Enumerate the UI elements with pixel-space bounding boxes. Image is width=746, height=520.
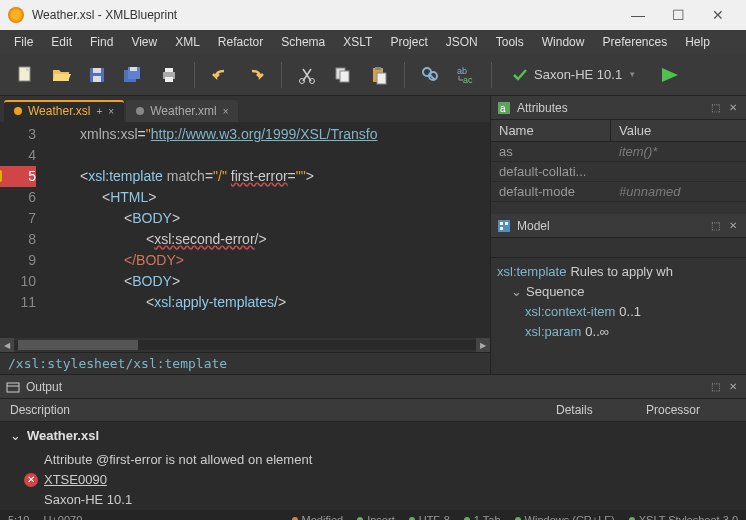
line-gutter: 34567891011 — [0, 122, 44, 338]
attribute-row[interactable]: default-mode#unnamed — [491, 182, 746, 202]
new-file-button[interactable] — [10, 60, 40, 90]
processor-label: Saxon-HE 10.1 — [534, 67, 622, 82]
copy-button[interactable] — [328, 60, 358, 90]
svg-rect-9 — [165, 77, 173, 82]
paste-button[interactable] — [364, 60, 394, 90]
attribute-row[interactable]: asitem()* — [491, 142, 746, 162]
attribute-row[interactable]: default-collati... — [491, 162, 746, 182]
close-button[interactable]: ✕ — [698, 0, 738, 30]
svg-text:a: a — [500, 103, 506, 114]
svg-rect-13 — [340, 71, 349, 82]
toolbar-separator — [491, 62, 492, 88]
menu-help[interactable]: Help — [677, 32, 718, 52]
attributes-title: Attributes — [517, 101, 704, 115]
scroll-left-button[interactable]: ◀ — [0, 338, 14, 352]
tab-close-button[interactable]: × — [108, 106, 114, 117]
check-icon — [512, 67, 528, 83]
menu-preferences[interactable]: Preferences — [594, 32, 675, 52]
svg-rect-26 — [505, 222, 508, 225]
undo-button[interactable] — [205, 60, 235, 90]
status-tab[interactable]: 1 Tab — [464, 514, 501, 520]
tab-weather-xml[interactable]: Weather.xml× — [126, 100, 238, 122]
panel-pin-button[interactable]: ⬚ — [708, 219, 722, 233]
svg-rect-16 — [377, 73, 386, 84]
toolbar-separator — [194, 62, 195, 88]
panel-close-button[interactable]: ✕ — [726, 380, 740, 394]
svg-text:ac: ac — [463, 75, 473, 85]
output-group[interactable]: Weather.xsl — [6, 424, 740, 448]
cut-button[interactable] — [292, 60, 322, 90]
model-item[interactable]: xsl:context-item 0..1 — [525, 302, 740, 322]
model-icon — [497, 219, 511, 233]
error-icon: ✕ — [24, 473, 38, 487]
tab-weather-xsl[interactable]: Weather.xsl+× — [4, 100, 124, 122]
output-col-processor: Processor — [636, 399, 746, 421]
editor-pane: Weather.xsl+×Weather.xml× 34567891011 xm… — [0, 96, 490, 374]
scrollbar-thumb[interactable] — [18, 340, 138, 350]
model-panel: Model ⬚ ✕ xsl:template Rules to apply wh… — [491, 214, 746, 374]
tab-close-button[interactable]: × — [223, 106, 229, 117]
output-col-description: Description — [0, 399, 546, 421]
menu-window[interactable]: Window — [534, 32, 593, 52]
horizontal-scrollbar[interactable]: ◀ ▶ — [0, 338, 490, 352]
redo-button[interactable] — [241, 60, 271, 90]
code-editor[interactable]: 34567891011 xmlns:xsl="http://www.w3.org… — [0, 122, 490, 338]
menu-xslt[interactable]: XSLT — [335, 32, 380, 52]
svg-rect-3 — [93, 76, 101, 82]
menu-find[interactable]: Find — [82, 32, 121, 52]
menu-refactor[interactable]: Refactor — [210, 32, 271, 52]
status-encoding[interactable]: UTF-8 — [409, 514, 450, 520]
toolbar: abac Saxon-HE 10.1 ▼ — [0, 54, 746, 96]
menu-tools[interactable]: Tools — [488, 32, 532, 52]
menu-schema[interactable]: Schema — [273, 32, 333, 52]
output-icon — [6, 380, 20, 394]
model-tree[interactable]: xsl:template Rules to apply wh ⌄ Sequenc… — [491, 258, 746, 346]
run-button[interactable] — [652, 61, 688, 89]
window-title: Weather.xsl - XMLBlueprint — [32, 8, 618, 22]
svg-rect-8 — [165, 68, 173, 72]
statusbar: 5:10 U+0070 Modified Insert UTF-8 1 Tab … — [0, 510, 746, 520]
status-eol[interactable]: Windows (CR+LF) — [515, 514, 615, 520]
processor-selector[interactable]: Saxon-HE 10.1 ▼ — [502, 63, 646, 87]
code-content[interactable]: xmlns:xsl="http://www.w3.org/1999/XSL/Tr… — [44, 122, 490, 338]
print-button[interactable] — [154, 60, 184, 90]
output-error-row[interactable]: ✕Attribute @first-error is not allowed o… — [6, 448, 740, 510]
tab-modified-icon: + — [96, 106, 102, 117]
attributes-panel: a Attributes ⬚ ✕ Name Value asitem()*def… — [491, 96, 746, 214]
attributes-table: Name Value asitem()*default-collati...de… — [491, 120, 746, 202]
file-icon — [136, 107, 144, 115]
save-all-button[interactable] — [118, 60, 148, 90]
menu-view[interactable]: View — [123, 32, 165, 52]
replace-button[interactable]: abac — [451, 60, 481, 90]
open-file-button[interactable] — [46, 60, 76, 90]
model-item[interactable]: xsl:param 0..∞ — [525, 322, 740, 342]
status-position: 5:10 — [8, 514, 29, 520]
save-button[interactable] — [82, 60, 112, 90]
panel-pin-button[interactable]: ⬚ — [708, 380, 722, 394]
status-unicode: U+0070 — [43, 514, 82, 520]
menu-project[interactable]: Project — [382, 32, 435, 52]
scroll-right-button[interactable]: ▶ — [476, 338, 490, 352]
find-button[interactable] — [415, 60, 445, 90]
svg-rect-25 — [500, 222, 503, 225]
svg-rect-0 — [19, 67, 30, 81]
editor-tabs: Weather.xsl+×Weather.xml× — [0, 96, 490, 122]
attr-col-name: Name — [491, 120, 611, 141]
menu-xml[interactable]: XML — [167, 32, 208, 52]
toolbar-separator — [404, 62, 405, 88]
titlebar: Weather.xsl - XMLBlueprint — ☐ ✕ — [0, 0, 746, 30]
status-modified: Modified — [292, 514, 344, 520]
maximize-button[interactable]: ☐ — [658, 0, 698, 30]
panel-close-button[interactable]: ✕ — [726, 219, 740, 233]
minimize-button[interactable]: — — [618, 0, 658, 30]
svg-rect-2 — [93, 68, 101, 73]
menu-edit[interactable]: Edit — [43, 32, 80, 52]
panel-pin-button[interactable]: ⬚ — [708, 101, 722, 115]
menu-json[interactable]: JSON — [438, 32, 486, 52]
dropdown-icon: ▼ — [628, 70, 636, 79]
output-panel: Output ⬚ ✕ Description Details Processor… — [0, 374, 746, 510]
menu-file[interactable]: File — [6, 32, 41, 52]
attr-col-value: Value — [611, 120, 659, 141]
breadcrumb[interactable]: /xsl:stylesheet/xsl:template — [0, 352, 490, 374]
panel-close-button[interactable]: ✕ — [726, 101, 740, 115]
